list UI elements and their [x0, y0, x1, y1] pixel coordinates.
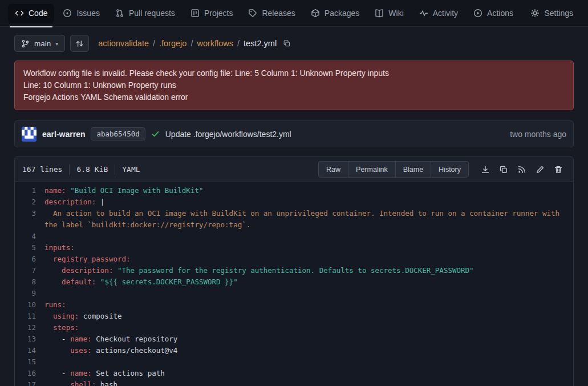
copy-path-button[interactable]	[282, 38, 292, 49]
line-number[interactable]: 15	[15, 356, 44, 368]
delete-file-button[interactable]	[551, 162, 566, 177]
code-line: 9	[15, 288, 573, 299]
compare-icon	[75, 39, 84, 48]
line-number[interactable]: 10	[15, 299, 44, 311]
line-number[interactable]: 14	[15, 345, 44, 356]
line-number[interactable]: 13	[15, 333, 44, 345]
code-line-content	[44, 288, 573, 299]
copy-content-button[interactable]	[496, 162, 511, 177]
pencil-icon	[536, 165, 545, 174]
file-view-mode-buttons: Raw Permalink Blame History	[318, 161, 469, 178]
code-token: name:	[70, 335, 92, 343]
code-token: Checkout repository	[92, 335, 178, 343]
code-token: Set actions path	[92, 369, 165, 377]
check-icon	[151, 130, 160, 138]
line-number[interactable]: 3	[15, 208, 44, 231]
pull-request-icon	[115, 9, 124, 18]
line-number[interactable]: 8	[15, 276, 44, 288]
line-number[interactable]: 9	[15, 288, 44, 299]
avatar[interactable]	[22, 127, 37, 142]
commit-author[interactable]: earl-warren	[42, 130, 85, 139]
tab-label: Actions	[487, 9, 513, 18]
tab-releases[interactable]: Releases	[241, 4, 302, 23]
line-number[interactable]: 7	[15, 265, 44, 276]
code-line-content	[44, 231, 573, 242]
code-line: 1name: "Build OCI Image with BuildKit"	[15, 185, 573, 196]
code-token: using:	[44, 312, 79, 320]
code-line-content: name: "Build OCI Image with BuildKit"	[44, 185, 573, 196]
raw-button[interactable]: Raw	[318, 161, 348, 178]
line-number[interactable]: 5	[15, 242, 44, 254]
code-line-content: - name: Checkout repository	[44, 333, 573, 345]
error-line: Forgejo Actions YAML Schema validation e…	[23, 91, 565, 103]
line-number[interactable]: 2	[15, 196, 44, 208]
edit-file-button[interactable]	[533, 162, 548, 177]
code-token: description:	[44, 266, 113, 275]
line-number[interactable]: 6	[15, 254, 44, 265]
tab-code[interactable]: Code	[8, 4, 54, 23]
file-size: 6.8 KiB	[76, 165, 108, 174]
book-icon	[375, 9, 384, 18]
tab-settings[interactable]: Settings	[524, 4, 580, 23]
tab-pull-requests[interactable]: Pull requests	[108, 4, 182, 23]
tab-activity[interactable]: Activity	[412, 4, 465, 23]
code-line-content	[44, 356, 573, 368]
breadcrumb-dir-link[interactable]: workflows	[197, 39, 233, 48]
code-lines: 1name: "Build OCI Image with BuildKit"2d…	[15, 182, 573, 386]
tab-wiki[interactable]: Wiki	[368, 4, 410, 23]
commit-message[interactable]: Update .forgejo/workflows/test2.yml	[165, 130, 291, 139]
code-line: 15	[15, 356, 573, 368]
branch-selector[interactable]: main ▾	[14, 35, 65, 52]
tag-icon	[248, 9, 257, 18]
tab-issues[interactable]: Issues	[56, 4, 106, 23]
pulse-icon	[419, 9, 428, 18]
branch-name: main	[34, 39, 51, 48]
code-token: actions/checkout@v4	[92, 346, 178, 355]
line-number[interactable]: 16	[15, 368, 44, 379]
code-line-content: An action to build an OCI image with Bui…	[44, 208, 573, 231]
code-line: 11 using: composite	[15, 311, 573, 322]
file-toolbar: main ▾ actionvalidate / .forgejo / workf…	[14, 35, 574, 52]
commit-hash-button[interactable]: abab65450d	[91, 127, 145, 140]
code-token: registry_password:	[44, 255, 131, 263]
code-token: name:	[70, 369, 92, 377]
download-button[interactable]	[478, 162, 493, 177]
code-token: runs:	[44, 300, 66, 309]
copy-icon	[283, 39, 291, 47]
code-token: An action to build an OCI image with Bui…	[44, 209, 564, 229]
file-language: YAML	[122, 165, 140, 174]
breadcrumb-dir-link[interactable]: .forgejo	[159, 39, 186, 48]
line-number[interactable]: 1	[15, 185, 44, 196]
tab-projects[interactable]: Projects	[184, 4, 240, 23]
history-button[interactable]: History	[431, 161, 469, 178]
code-token: uses:	[44, 346, 92, 355]
download-icon	[481, 165, 490, 174]
code-line: 10runs:	[15, 299, 573, 311]
compare-button[interactable]	[70, 35, 89, 52]
file-stats: 167 lines 6.8 KiB YAML	[22, 164, 140, 175]
code-line: 3 An action to build an OCI image with B…	[15, 208, 573, 231]
line-number[interactable]: 12	[15, 322, 44, 333]
code-token: name:	[44, 186, 66, 195]
issue-icon	[63, 9, 72, 18]
line-number[interactable]: 17	[15, 379, 44, 386]
code-line-content: - name: Set actions path	[44, 368, 573, 379]
tab-actions[interactable]: Actions	[467, 4, 520, 23]
code-token: "Build OCI Image with BuildKit"	[66, 186, 204, 195]
permalink-button[interactable]: Permalink	[348, 161, 396, 178]
line-number[interactable]: 11	[15, 311, 44, 322]
rss-feed-button[interactable]	[514, 162, 529, 177]
code-token: "${{ secrets.DOCKER_PASSWORD }}"	[96, 278, 237, 286]
copy-icon	[499, 165, 508, 174]
tab-label: Pull requests	[129, 9, 175, 18]
code-token: bash	[96, 380, 117, 386]
code-line-content: runs:	[44, 299, 573, 311]
blame-button[interactable]: Blame	[395, 161, 431, 178]
code-line: 13 - name: Checkout repository	[15, 333, 573, 345]
breadcrumb-repo-link[interactable]: actionvalidate	[98, 39, 149, 48]
error-line: Line: 10 Column 1: Unknown Property runs	[23, 79, 565, 91]
line-number[interactable]: 4	[15, 231, 44, 242]
code-token: shell:	[44, 380, 96, 386]
tab-packages[interactable]: Packages	[304, 4, 366, 23]
commit-status-check-icon[interactable]	[151, 130, 160, 138]
